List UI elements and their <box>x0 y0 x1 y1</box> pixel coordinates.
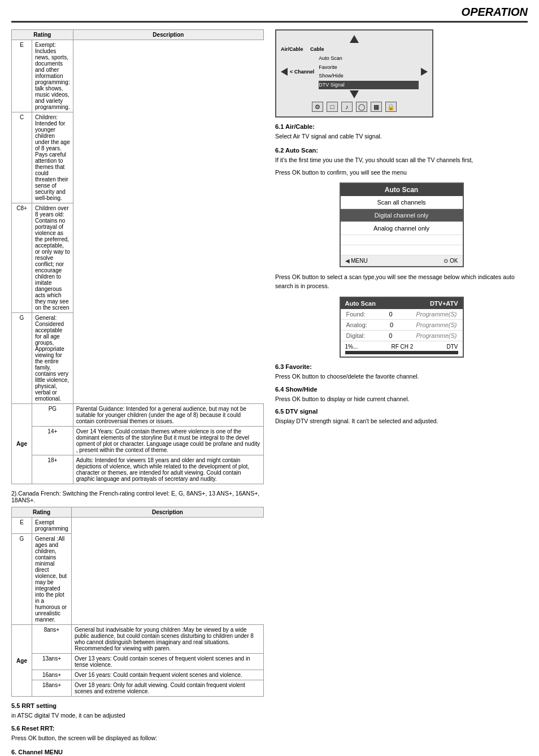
canada-heading-text: 2).Canada French: Switching the French-r… <box>11 490 259 503</box>
rating-cell: G <box>12 313 32 404</box>
age-cell: Age <box>12 404 32 484</box>
rating-cell: 8ans+ <box>32 625 72 654</box>
rrt-section: 5.5 RRT setting in ATSC digital TV mode,… <box>11 702 264 743</box>
section-6-4-text: Press OK button to display or hide curre… <box>275 395 528 404</box>
description-cell: General: Considered acceptable for all a… <box>32 313 73 404</box>
section-6-1-text: Select Air TV signal and cable TV signal… <box>275 132 528 141</box>
section-6-2-text1: If it's the first time you use the TV, y… <box>275 156 528 165</box>
description-cell: Exempt: Includes news, sports, documents… <box>32 40 73 112</box>
screen-icon: □ <box>327 102 338 112</box>
description-cell: Children: Intended for younger children … <box>32 112 73 203</box>
menu-item-dtvsignal: DTV Signal <box>319 81 419 90</box>
rating-cell: 13ans+ <box>32 654 72 670</box>
operation-title: OPERATION <box>462 6 528 18</box>
found-unit: Programme(S) <box>416 311 457 318</box>
section-6-2: 6.2 Auto Scan: If it's the first time yo… <box>275 147 528 177</box>
rating-cell: 18+ <box>32 455 73 484</box>
description-cell: Over 14 Years: Could contain themes wher… <box>73 427 263 455</box>
scan-progress: 1%... RF CH 2 DTV <box>341 341 463 357</box>
rating-cell: G <box>12 534 32 625</box>
rrt-5-5-heading: 5.5 RRT setting <box>11 702 264 709</box>
rating-cell: C <box>12 112 32 203</box>
clock-icon: ◯ <box>356 102 367 112</box>
description-cell: Adults: Intended for viewers 18 years an… <box>73 455 263 484</box>
scan-found-row: Found: 0 Programme(S) <box>341 309 463 320</box>
section-6-3-heading: 6.3 Favorite: <box>275 363 528 370</box>
triangle-down-icon <box>350 90 359 98</box>
left-column: Rating Description EExempt: Includes new… <box>11 29 264 756</box>
dtv-scan-header: Auto Scan DTV+ATV <box>341 298 463 309</box>
rating-cell: PG <box>32 404 73 427</box>
dtv-scan-box: Auto Scan DTV+ATV Found: 0 Programme(S) … <box>340 297 464 358</box>
rating-cell: 18ans+ <box>32 680 72 697</box>
table-row: 16ans+Over 16 years: Could contain frequ… <box>12 670 264 680</box>
description-cell: Over 16 years: Could contain frequent vi… <box>71 670 263 680</box>
section-6-2-text2: Press OK button to confirm, you will see… <box>275 168 528 177</box>
empty-item-2 <box>341 245 463 255</box>
table-row: EExempt: Includes news, sports, document… <box>12 40 264 112</box>
description-cell: Over 18 years: Only for adult viewing. C… <box>71 680 263 697</box>
digital-channel-only: Digital channel only <box>341 209 463 222</box>
rating-cell: C8+ <box>12 203 32 313</box>
channel-menu-section: 6. Channel MENU In this menu, you can ad… <box>11 749 264 757</box>
progress-rf: RF CH 2 <box>391 344 413 350</box>
rating-cell: 16ans+ <box>32 670 72 680</box>
section-6-5-text: Display DTV strength signal. It can't be… <box>275 417 528 426</box>
tv-top-row: Air/Cable Cable <box>281 44 428 52</box>
section-6-2-heading: 6.2 Auto Scan: <box>275 147 528 154</box>
tv-icons-row: ⚙ □ ♪ ◯ ▦ 🔒 <box>281 102 428 112</box>
rrt-5-5-text: in ATSC digital TV mode, it can be adjus… <box>11 711 264 720</box>
air-label-text: Air/Cable <box>281 46 303 52</box>
scan-all-channels: Scan all channels <box>341 196 463 209</box>
digital-label: Digital: <box>346 332 366 339</box>
auto-scan-menu: Auto Scan Scan all channels Digital chan… <box>340 183 464 267</box>
age-cell: Age <box>12 625 32 697</box>
grid-icon: ▦ <box>371 102 382 112</box>
col-header-rating: Rating <box>12 30 73 40</box>
menu-item-showhide: Show/Hide <box>319 72 419 81</box>
section-6-5-heading: 6.5 DTV signal <box>275 408 528 415</box>
auto-scan-footer: ◀ MENU ⊙ OK <box>341 255 463 266</box>
empty-item-1 <box>341 235 463 245</box>
arrow-right-icon <box>421 68 428 76</box>
music-icon: ♪ <box>341 102 353 112</box>
table-row: GGeneral: Considered acceptable for all … <box>12 313 264 404</box>
lock-icon: 🔒 <box>385 102 397 112</box>
description-cell: Over 13 years: Could contain scenes of f… <box>71 654 263 670</box>
menu-footer-label: ◀ MENU <box>345 258 368 264</box>
analog-unit: Programme(S) <box>416 321 457 328</box>
page-header: OPERATION <box>11 6 528 23</box>
tv-diagram: Air/Cable Cable < Channel Auto Scan Favo… <box>275 29 433 118</box>
description-cell: Parental Guidance: Intended for a genera… <box>73 404 263 427</box>
progress-info: 1%... RF CH 2 DTV <box>345 344 458 350</box>
auto-scan-label: Auto Scan <box>345 300 376 307</box>
table-row: 14+Over 14 Years: Could contain themes w… <box>12 427 264 455</box>
right-bottom-sections: 6.3 Favorite: Press OK button to choose/… <box>275 363 528 426</box>
dtv-atv-label: DTV+ATV <box>430 300 458 307</box>
triangle-up-icon <box>350 35 359 43</box>
section-6-1-heading: 6.1 Air/Cable: <box>275 123 528 130</box>
description-cell: General but inadvisable for young childr… <box>71 625 263 654</box>
description-cell: General :All ages and children, contains… <box>32 534 72 625</box>
section-6-3-text: Press OK button to choose/delete the fav… <box>275 372 528 381</box>
channel-label: < Channel <box>290 69 314 75</box>
table-row: 18+Adults: Intended for viewers 18 years… <box>12 455 264 484</box>
progress-dtv: DTV <box>446 344 458 350</box>
air-cable-label: Air/Cable Cable <box>281 46 324 52</box>
ok-footer-label: ⊙ OK <box>444 258 458 264</box>
section-6-1: 6.1 Air/Cable: Select Air TV signal and … <box>275 123 528 141</box>
gear-icon: ⚙ <box>312 102 323 112</box>
description-cell: Children over 8 years old: Contains no p… <box>32 203 73 313</box>
channel-menu-heading: 6. Channel MENU <box>11 749 264 755</box>
col-header-description-2: Description <box>71 507 263 518</box>
analog-value: 0 <box>390 321 393 328</box>
table-row: AgePGParental Guidance: Intended for a g… <box>12 404 264 427</box>
rating-cell: E <box>12 518 32 534</box>
progress-percent: 1%... <box>345 344 358 350</box>
found-value: 0 <box>389 311 393 318</box>
digital-value: 0 <box>389 332 392 339</box>
table-row: EExempt programming <box>12 518 264 534</box>
section-6-4-heading: 6.4 Show/Hide <box>275 386 528 393</box>
rating-table-1: Rating Description EExempt: Includes new… <box>11 29 264 484</box>
table-row: GGeneral :All ages and children, contain… <box>12 534 264 625</box>
